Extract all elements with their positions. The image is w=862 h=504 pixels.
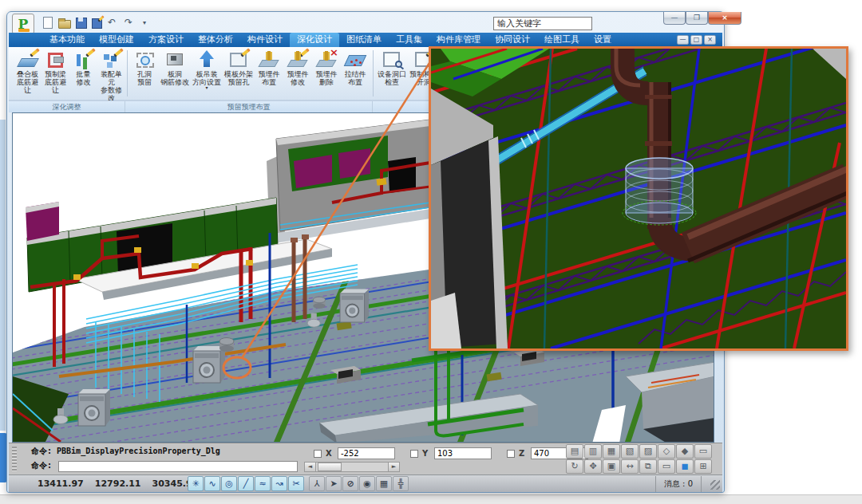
batch-modify-icon — [73, 49, 94, 69]
embed-modify-icon — [287, 49, 308, 69]
z-checkbox[interactable] — [507, 450, 515, 458]
command-panel: 命令: PBBim_DisplayPrecisionProperty_Dlg 命… — [9, 443, 722, 474]
command-history: 命令: PBBim_DisplayPrecisionProperty_Dlg — [31, 446, 220, 457]
background-window-edge — [0, 120, 6, 431]
tab-collaborative-design[interactable]: 协同设计 — [488, 33, 537, 47]
btn-embed-modify[interactable]: 预埋件 修改 — [283, 49, 312, 98]
view-shaded-button[interactable]: ◼ — [676, 459, 694, 474]
curve-snap-icon[interactable]: ∿ — [204, 476, 220, 491]
view-cube-button[interactable]: ▦ — [603, 444, 620, 459]
undo-icon[interactable]: ↶ — [108, 16, 121, 29]
btn-hole-reserve[interactable]: 孔洞 预留 — [130, 49, 159, 98]
view-flat-button[interactable]: ▭ — [694, 444, 712, 459]
disable-snap-icon[interactable]: ⊘ — [342, 476, 358, 491]
panel-drag-handle[interactable] — [12, 447, 17, 471]
y-checkbox[interactable] — [410, 450, 418, 458]
tab-toolset[interactable]: 工具集 — [389, 33, 429, 47]
embed-delete-icon: × — [316, 49, 337, 69]
view-orbit-button[interactable]: ↻ — [566, 459, 583, 474]
open-file-icon[interactable] — [57, 16, 71, 29]
qat-dropdown-icon[interactable]: ▾ — [143, 19, 146, 26]
sphere-view-icon[interactable]: ◉ — [359, 476, 375, 491]
y-input[interactable] — [434, 447, 492, 459]
btn-precast-beam-rebar-avoid[interactable]: 预制梁 底筋避让 — [42, 49, 69, 98]
embed-place-icon — [259, 49, 279, 69]
three-point-snap-icon[interactable]: ⅄ — [309, 476, 325, 491]
resize-grip[interactable] — [710, 480, 720, 490]
view-box-button[interactable]: ▭ — [658, 459, 675, 474]
mdi-restore-button[interactable]: □ — [690, 35, 702, 45]
slab-hole-icon — [164, 49, 185, 69]
tab-component-design[interactable]: 构件设计 — [240, 33, 290, 47]
btn-embed-delete[interactable]: × 预埋件 删除 — [312, 49, 341, 98]
view-zoom-extents-button[interactable]: ↔ — [621, 459, 639, 474]
btn-embed-place[interactable]: 预埋件 布置 — [255, 49, 283, 98]
command-scrollbar[interactable]: ◄ ► — [304, 462, 400, 472]
scroll-thumb[interactable] — [318, 463, 342, 471]
view-pan-button[interactable]: ✥ — [584, 459, 602, 474]
crosshair-toggle-icon[interactable]: ╬ — [393, 476, 409, 491]
mdi-close-button[interactable]: × — [704, 35, 716, 45]
btn-formwork-reserve-hole[interactable]: 模板外架 预留孔 — [223, 49, 255, 98]
redo-icon[interactable]: ↷ — [125, 16, 138, 29]
view-cube-button[interactable]: ▥ — [584, 444, 602, 459]
wave-snap-icon[interactable]: ≈ — [255, 476, 271, 491]
inset-sleeve — [623, 158, 696, 225]
grid-toggle-icon[interactable]: ▦ — [376, 476, 392, 491]
tab-scheme-design[interactable]: 方案设计 — [141, 33, 191, 47]
detail-inset-window[interactable] — [429, 46, 848, 351]
x-input[interactable] — [338, 447, 395, 459]
y-label: Y — [422, 449, 430, 458]
command-prompt-label: 命令: — [31, 460, 52, 471]
tab-settings[interactable]: 设置 — [587, 33, 619, 47]
btn-slab-hole-rebar[interactable]: 板洞 钢筋修改 — [159, 49, 191, 98]
btn-device-opening-check[interactable]: 设备洞口 检查 — [376, 49, 408, 98]
view-cube-button[interactable]: ▧ — [621, 444, 639, 459]
view-zoom-window-button[interactable]: ▣ — [603, 459, 620, 474]
tab-drawing-list[interactable]: 图纸清单 — [339, 33, 389, 47]
btn-batch-modify[interactable]: 批量 修改 — [69, 49, 97, 98]
wall-cluster-right — [267, 120, 430, 244]
tab-basic-functions[interactable]: 基本功能 — [42, 33, 92, 47]
logo-underline — [18, 29, 30, 32]
intersection-snap-icon[interactable]: ✂ — [288, 476, 304, 491]
view-diamond-button[interactable]: ◆ — [676, 444, 694, 459]
line-snap-icon[interactable]: ╱ — [238, 476, 254, 491]
object-snap-icon[interactable]: ✳ — [188, 476, 204, 491]
mdi-minimize-button[interactable]: — — [677, 35, 689, 45]
center-snap-icon[interactable]: ◎ — [221, 476, 237, 491]
tab-model-creation[interactable]: 模型创建 — [92, 33, 141, 47]
view-settings-button[interactable]: ⊞ — [694, 459, 712, 474]
btn-assembly-unit-params[interactable]: 装配单元 参数修改 — [97, 49, 125, 98]
command-input[interactable] — [58, 461, 298, 472]
x-checkbox[interactable] — [314, 450, 322, 458]
restore-button[interactable]: ❐ — [686, 12, 708, 25]
exhaust-fan — [313, 297, 325, 309]
view-diamond-button[interactable]: ◇ — [658, 444, 675, 459]
view-previous-button[interactable]: ⧉ — [639, 459, 657, 474]
device-check-icon — [382, 49, 402, 69]
new-file-icon[interactable] — [41, 16, 54, 29]
save-as-icon[interactable] — [91, 16, 105, 29]
screen: P ↶ ↷ ▾ — ❐ × 基本功能 模型创建 方案设计 整体分析 — [0, 0, 862, 504]
btn-tie-place[interactable]: 拉结件 布置 — [341, 49, 370, 98]
scroll-left-arrow-icon[interactable]: ◄ — [305, 463, 316, 471]
save-icon[interactable] — [74, 16, 88, 29]
search-input[interactable] — [493, 17, 592, 30]
washing-machine — [193, 346, 225, 383]
view-cube-button[interactable]: ▤ — [566, 444, 583, 459]
dropdown-arrow-icon[interactable]: ▾ — [191, 86, 223, 89]
btn-slab-lift-direction[interactable]: 板吊装 方向设置 ▾ — [191, 49, 223, 98]
message-counter[interactable]: 消息 : 0 — [655, 476, 702, 492]
view-cube-button[interactable]: ▨ — [639, 444, 657, 459]
tab-component-library[interactable]: 构件库管理 — [429, 33, 488, 47]
tab-drawing-tools[interactable]: 绘图工具 — [537, 33, 587, 47]
polyline-snap-icon[interactable]: ↝ — [271, 476, 287, 491]
btn-composite-slab-rebar-avoid[interactable]: 叠合板 底筋避让 — [14, 49, 42, 98]
close-button[interactable]: × — [708, 12, 741, 25]
tab-overall-analysis[interactable]: 整体分析 — [191, 33, 240, 47]
pointer-mode-icon[interactable]: ➤ — [326, 476, 342, 491]
scroll-right-arrow-icon[interactable]: ► — [388, 463, 399, 471]
tab-deepening-design[interactable]: 深化设计 — [290, 33, 339, 47]
minimize-button[interactable]: — — [663, 12, 686, 25]
